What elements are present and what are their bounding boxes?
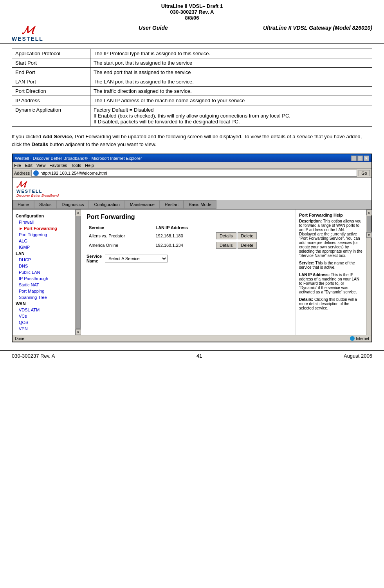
help-section-text: Details: Clicking this button will a mor… (299, 297, 363, 310)
delete-button[interactable]: Delete (238, 232, 257, 239)
browser-statusbar: Done Internet (13, 335, 371, 342)
sidebar-item-static-nat[interactable]: Static NAT (13, 282, 75, 288)
menu-tools[interactable]: Tools (71, 163, 81, 168)
details-button[interactable]: Details (216, 242, 236, 249)
menu-favorites[interactable]: Favorites (49, 163, 67, 168)
table-cell-value: The IP Protocol type that is assigned to… (90, 49, 372, 58)
pf-service-name: America Online (87, 241, 153, 250)
doc-footer: 030-300237 Rev. A 41 August 2006 (0, 350, 384, 361)
sidebar[interactable]: ConfigurationFirewall►Port ForwardingPor… (13, 210, 75, 335)
nav-btn-status[interactable]: Status (34, 200, 56, 209)
sidebar-item-vpn[interactable]: VPN (13, 326, 75, 332)
sidebar-item-dhcp[interactable]: DHCP (13, 257, 75, 263)
details-button[interactable]: Details (216, 232, 236, 239)
sidebar-item-igmp[interactable]: IGMP (13, 244, 75, 250)
logo-area: 𝓜 WESTELL (12, 25, 43, 42)
sidebar-item-spanning-tree[interactable]: Spanning Tree (13, 294, 75, 300)
minimize-button[interactable]: _ (351, 156, 357, 161)
table-cell-label: Port Direction (12, 87, 90, 96)
doc-header-line2: 030-300237 Rev. A (0, 9, 384, 15)
browser-titlebar: Westell - Discover Better Broadband® - M… (13, 154, 371, 162)
browser-addressbar[interactable]: Address http://192.168.1.254/Welcome.htm… (13, 169, 371, 178)
body-paragraph: If you clicked Add Service, Port Forward… (12, 133, 372, 148)
sidebar-item-vdsl-atm[interactable]: VDSL ATM (13, 307, 75, 313)
address-url[interactable]: http://192.168.1.254/Welcome.html (40, 171, 107, 175)
footer-left: 030-300237 Rev. A (12, 353, 55, 359)
sidebar-scroll-up[interactable]: ▲ (76, 210, 81, 215)
westell-name-label: WESTELL (16, 189, 59, 194)
status-internet-label: Internet (356, 337, 369, 341)
help-section-title: Description: (299, 219, 322, 223)
sidebar-item-qos[interactable]: QOS (13, 319, 75, 326)
browser-menubar[interactable]: File Edit View Favorites Tools Help (13, 162, 371, 169)
nav-btn-maintenance[interactable]: Maintenance (125, 200, 160, 209)
sidebar-item-port-triggering[interactable]: Port Triggering (13, 232, 75, 238)
pf-actions[interactable]: DetailsDelete (214, 231, 290, 241)
help-scroll-up[interactable]: ▲ (366, 210, 372, 215)
menu-view[interactable]: View (36, 163, 46, 168)
menu-help[interactable]: Help (85, 163, 94, 168)
browser-title-label: Westell - Discover Better Broadband® - M… (15, 156, 142, 161)
menu-file[interactable]: File (14, 163, 21, 168)
pf-table-row: Aliens vs. Predator192.168.1.180DetailsD… (87, 231, 290, 241)
sidebar-scroll-down[interactable]: ▼ (76, 329, 81, 335)
nav-btn-restart[interactable]: Restart (160, 200, 184, 209)
table-cell-value: The end port that is assigned to the ser… (90, 68, 372, 77)
sidebar-item-port-mapping[interactable]: Port Mapping (13, 288, 75, 294)
help-scrollbar-thumb (367, 216, 371, 232)
table-cell-label: Application Protocol (12, 49, 90, 58)
browser-win-controls[interactable]: _ □ ✕ (351, 156, 369, 161)
help-section-text: Service: This is the name of the service… (299, 261, 363, 270)
sidebar-item-vcs[interactable]: VCs (13, 313, 75, 319)
delete-button[interactable]: Delete (238, 242, 257, 249)
table-cell-value: The start port that is assigned to the s… (90, 58, 372, 68)
westell-browser-header: 𝓜 WESTELL Discover Better Broadband (13, 178, 371, 200)
browser-navbar[interactable]: HomeStatusDiagnosticsConfigurationMainte… (13, 200, 371, 210)
pf-actions[interactable]: DetailsDelete (214, 241, 290, 250)
address-label: Address (14, 171, 30, 175)
sidebar-item-dns[interactable]: DNS (13, 263, 75, 269)
sidebar-section-lan: LAN (13, 250, 75, 257)
help-panel-title: Port Forwarding Help (299, 213, 363, 217)
help-section: Service: This is the name of the service… (299, 261, 363, 270)
nav-btn-home[interactable]: Home (13, 200, 34, 209)
title-left: User Guide (139, 25, 168, 31)
nav-btn-diagnostics[interactable]: Diagnostics (57, 200, 89, 209)
help-section: Description: This option allows you to f… (299, 219, 363, 258)
service-name-select[interactable]: Select A Service (105, 255, 168, 262)
help-panel: Port Forwarding Help Description: This o… (296, 210, 366, 335)
title-right: UltraLine II VDSL Gateway (Model 826010) (263, 25, 372, 31)
info-table: Application ProtocolThe IP Protocol type… (12, 49, 372, 127)
sidebar-scrollbar-thumb (76, 216, 81, 329)
table-cell-value: The LAN IP address or the machine name a… (90, 96, 372, 105)
table-cell-value: The LAN port that is assigned to the ser… (90, 77, 372, 87)
pf-lan-ip: 192.168.1.180 (153, 231, 213, 241)
sidebar-item-port-forwarding[interactable]: ►Port Forwarding (13, 225, 75, 232)
westell-m-icon: 𝓜 (16, 180, 59, 189)
doc-header-line1: UltraLine II VDSL– Draft 1 (0, 3, 384, 9)
sidebar-item-firewall[interactable]: Firewall (13, 219, 75, 225)
pf-table-row: America Online192.160.1.234DetailsDelete (87, 241, 290, 250)
help-section-title: LAN IP Address: (299, 273, 330, 277)
sidebar-item-alg[interactable]: ALG (13, 238, 75, 244)
pf-table: Service LAN IP Address Aliens vs. Predat… (87, 224, 290, 250)
help-scroll-down[interactable]: ▼ (366, 232, 372, 238)
nav-btn-basic-mode[interactable]: Basic Mode (184, 200, 216, 209)
browser-content: ConfigurationFirewall►Port ForwardingPor… (13, 210, 371, 335)
address-box[interactable]: http://192.168.1.254/Welcome.html (31, 170, 357, 177)
table-cell-label: Dynamic Application (12, 105, 90, 127)
sidebar-item-ip-passthrough[interactable]: IP Passthrough (13, 275, 75, 282)
sidebar-item-public-lan[interactable]: Public LAN (13, 269, 75, 275)
go-button[interactable]: Go (359, 170, 370, 176)
nav-btn-configuration[interactable]: Configuration (89, 200, 124, 209)
status-internet: Internet (350, 336, 369, 341)
table-cell-label: IP Address (12, 96, 90, 105)
help-section-text: Description: This option allows you to f… (299, 219, 363, 258)
help-section: Details: Clicking this button will a mor… (299, 297, 363, 310)
service-name-row: Service Name Select A Service (87, 254, 290, 263)
close-button[interactable]: ✕ (364, 156, 369, 161)
maximize-button[interactable]: □ (357, 156, 363, 161)
menu-edit[interactable]: Edit (25, 163, 32, 168)
footer-right: August 2006 (344, 353, 372, 359)
col-service: Service (87, 224, 153, 231)
